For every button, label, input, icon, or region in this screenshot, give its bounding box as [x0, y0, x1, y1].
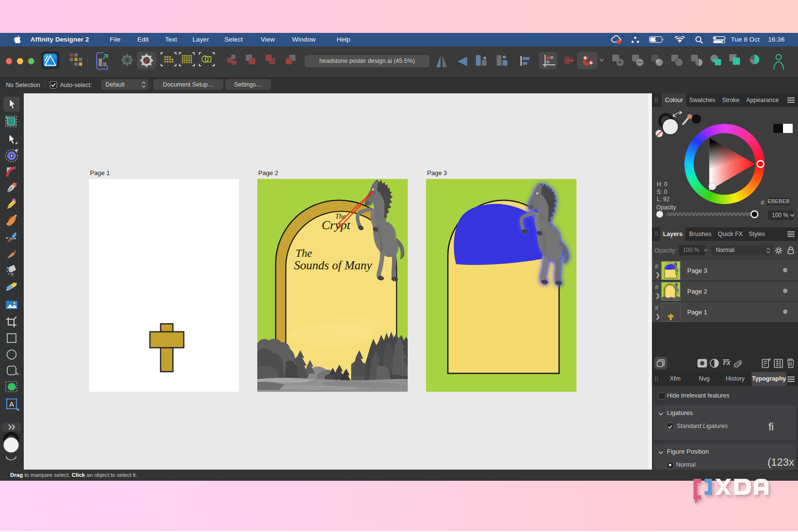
svg-text:The: The [296, 247, 312, 259]
svg-text:Sounds of Many: Sounds of Many [294, 259, 372, 272]
svg-text:A: A [9, 400, 14, 408]
svg-text:FX: FX [723, 360, 731, 367]
